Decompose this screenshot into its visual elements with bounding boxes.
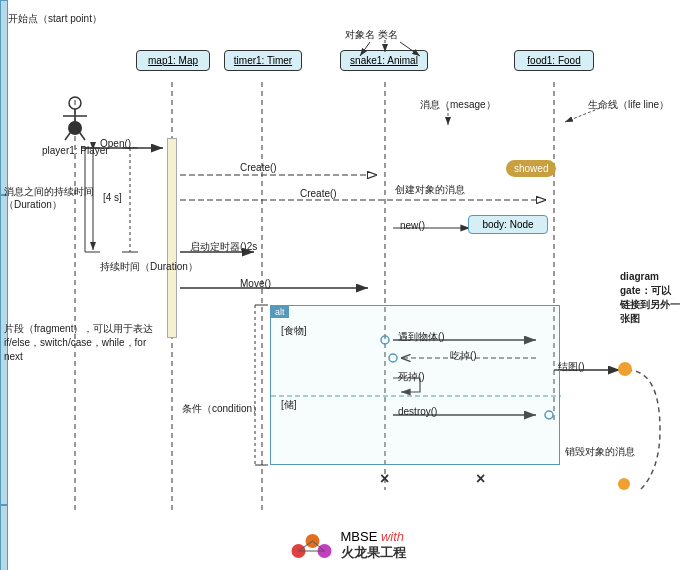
snake1-label: snake1: Animal xyxy=(350,55,418,66)
actor-player1 xyxy=(58,96,92,148)
open-message-label: Open() xyxy=(100,138,131,149)
eat-label: 吃掉() xyxy=(450,349,477,363)
gate-circle-bottom xyxy=(618,478,630,490)
condition-save-label: [储] xyxy=(281,398,297,412)
timer1-label: timer1: Timer xyxy=(234,55,292,66)
svg-line-25 xyxy=(65,126,75,140)
x-mark-fragment: × xyxy=(476,470,485,488)
lifeline-annotation: 生命线（life line） xyxy=(588,98,669,112)
duration-label: 持续时间（Duration） xyxy=(100,260,198,274)
player1-label: player1: Player xyxy=(42,145,109,156)
lifeline-box-map1: map1: Map xyxy=(136,50,210,71)
start-point-label: 开始点（start point） xyxy=(8,12,102,26)
activation-map1-main xyxy=(167,138,177,338)
fragment-divider xyxy=(271,394,561,398)
duration-note-label: 消息之间的持续时间（Duration） xyxy=(4,185,94,211)
showed-badge: showed xyxy=(506,160,556,177)
svg-point-22 xyxy=(69,97,81,109)
lifeline-box-food1: food1: Food xyxy=(514,50,594,71)
x-mark-snake1: × xyxy=(380,470,389,488)
message-annotation: 消息（mesage） xyxy=(420,98,496,112)
gate-annotation: diagram gate：可以链接到另外一张图 xyxy=(620,270,688,326)
footer: MBSE with 火龙果工程 xyxy=(289,529,406,562)
diagram: 开始点（start point） player1: Player map1: M… xyxy=(0,0,694,570)
create-object-label: 创建对象的消息 xyxy=(395,183,465,197)
svg-line-26 xyxy=(75,126,85,140)
new-message-label: new() xyxy=(400,220,425,231)
fragment-alt-label: alt xyxy=(271,306,289,318)
footer-with-word: with xyxy=(381,529,404,544)
food1-label: food1: Food xyxy=(527,55,580,66)
gate-circle xyxy=(618,362,632,376)
duration-time-label: [4 s] xyxy=(103,192,122,203)
condition-label: 条件（condition） xyxy=(182,402,262,416)
result-label: 结图() xyxy=(558,360,585,374)
condition-food-label: [食物] xyxy=(281,324,307,338)
activation-map1-sub xyxy=(0,0,8,195)
fragment-alt-box: alt [食物] [储] xyxy=(270,305,560,465)
encounter-label: 遇到物体() xyxy=(398,330,445,344)
start-timer-label: 启动定时器()2s xyxy=(190,240,257,254)
small-circles-svg xyxy=(0,0,694,570)
footer-logo xyxy=(289,531,333,561)
fragment-note-label: 片段（fragment），可以用于表达if/else，switch/case，w… xyxy=(4,322,164,364)
footer-brand-name: 火龙果工程 xyxy=(341,545,406,560)
create-snake-label: Create() xyxy=(240,162,277,173)
activation-food1 xyxy=(0,505,8,570)
footer-text: MBSE with 火龙果工程 xyxy=(341,529,406,562)
arrows-svg xyxy=(0,0,694,570)
destroy-label: destroy() xyxy=(398,406,437,417)
lifeline-box-timer1: timer1: Timer xyxy=(224,50,302,71)
destroy-object-label: 销毁对象的消息 xyxy=(565,445,635,459)
die-label: 死掉() xyxy=(398,370,425,384)
body-node-box: body: Node xyxy=(468,215,548,234)
create-food-label: Create() xyxy=(300,188,337,199)
annotation-arrow xyxy=(375,40,395,54)
move-message-label: Move() xyxy=(240,278,271,289)
footer-mbse: MBSE xyxy=(341,529,378,544)
map1-label: map1: Map xyxy=(148,55,198,66)
